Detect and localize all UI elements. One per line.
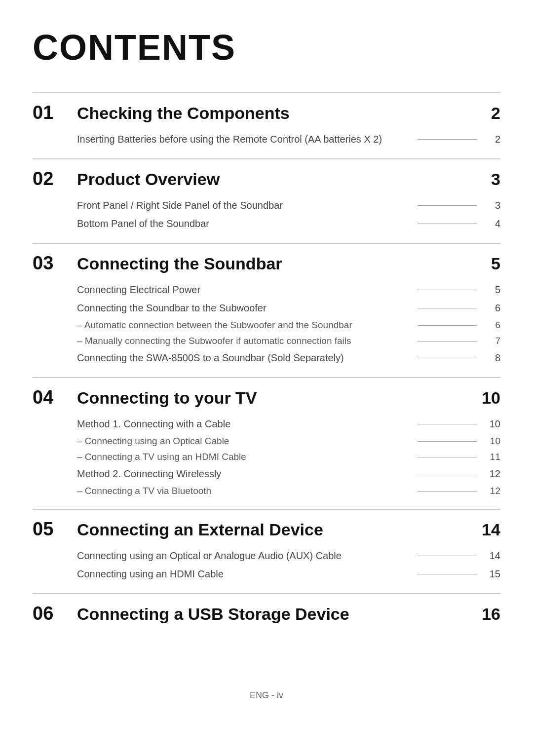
entry-line — [418, 290, 477, 290]
section: 02Product Overview3Front Panel / Right S… — [33, 158, 500, 238]
section-title: Connecting the Soundbar — [77, 254, 471, 273]
entry: Connecting Electrical Power5 — [77, 281, 500, 299]
entry-line — [418, 556, 477, 556]
section-number: 05 — [33, 519, 77, 540]
entry: Connecting using an HDMI Cable15 — [77, 565, 500, 583]
entry: Front Panel / Right Side Panel of the So… — [77, 196, 500, 215]
entry-line — [418, 474, 477, 474]
sub-entry-line — [418, 457, 477, 457]
sub-entry-page-number: 10 — [486, 436, 500, 447]
entry-line — [418, 205, 477, 206]
sub-entry-text: – Automatic connection between the Subwo… — [77, 320, 409, 331]
entry: Connecting the SWA-8500S to a Soundbar (… — [77, 349, 500, 367]
section-number: 02 — [33, 168, 77, 189]
entry-page-number: 15 — [486, 568, 500, 580]
entry-page-number: 10 — [486, 418, 500, 430]
section-number: 01 — [33, 102, 77, 123]
entry-text: Connecting using an HDMI Cable — [77, 568, 409, 580]
sub-entry-line — [418, 441, 477, 442]
entry-text: Connecting the Soundbar to the Subwoofer — [77, 302, 409, 314]
entry-line — [418, 308, 477, 308]
entry-page-number: 14 — [486, 550, 500, 562]
entry: Connecting the Soundbar to the Subwoofer… — [77, 299, 500, 317]
sub-entry: – Connecting using an Optical Cable10 — [77, 433, 500, 449]
entry-page-number: 12 — [486, 468, 500, 480]
section-number: 04 — [33, 387, 77, 408]
sub-entry-page-number: 6 — [486, 320, 500, 331]
section-page-number: 2 — [471, 104, 500, 123]
section: 06Connecting a USB Storage Device16 — [33, 593, 500, 631]
sub-entry-line — [418, 491, 477, 491]
section: 05Connecting an External Device14Connect… — [33, 509, 500, 588]
entry-page-number: 6 — [486, 302, 500, 314]
entry-page-number: 8 — [486, 352, 500, 364]
entry-page-number: 3 — [486, 200, 500, 211]
section-title: Checking the Components — [77, 104, 471, 123]
section-title: Connecting to your TV — [77, 388, 471, 408]
entry: Method 2. Connecting Wirelessly12 — [77, 465, 500, 483]
sub-entry: – Manually connecting the Subwoofer if a… — [77, 333, 500, 349]
section-title: Connecting a USB Storage Device — [77, 605, 471, 624]
entry: Method 1. Connecting with a Cable10 — [77, 415, 500, 433]
entry-line — [418, 424, 477, 424]
entry-page-number: 2 — [486, 134, 500, 145]
section: 01Checking the Components2Inserting Batt… — [33, 92, 500, 153]
entry: Inserting Batteries before using the Rem… — [77, 130, 500, 149]
entry-line — [418, 139, 477, 140]
sub-entry-page-number: 11 — [486, 452, 500, 462]
entry-text: Method 2. Connecting Wirelessly — [77, 468, 409, 480]
entry-page-number: 4 — [486, 218, 500, 229]
sub-entry-line — [418, 325, 477, 326]
entry-page-number: 5 — [486, 284, 500, 296]
entry: Connecting using an Optical or Analogue … — [77, 547, 500, 565]
entry-text: Connecting Electrical Power — [77, 284, 409, 296]
sub-entry: – Automatic connection between the Subwo… — [77, 317, 500, 333]
entry-text: Connecting the SWA-8500S to a Soundbar (… — [77, 352, 409, 364]
entry: Bottom Panel of the Soundbar4 — [77, 215, 500, 233]
sub-entry-text: – Connecting a TV using an HDMI Cable — [77, 452, 409, 462]
sub-entry-text: – Connecting a TV via Bluetooth — [77, 486, 409, 496]
section-page-number: 3 — [471, 170, 500, 189]
section-page-number: 5 — [471, 254, 500, 273]
section-page-number: 16 — [471, 605, 500, 624]
entry-line — [418, 574, 477, 574]
entry-line — [418, 224, 477, 224]
section-page-number: 10 — [471, 388, 500, 408]
sub-entry: – Connecting a TV using an HDMI Cable11 — [77, 449, 500, 465]
section-title: Connecting an External Device — [77, 520, 471, 539]
sub-entry-text: – Connecting using an Optical Cable — [77, 436, 409, 447]
sub-entry-text: – Manually connecting the Subwoofer if a… — [77, 336, 409, 346]
sub-entry-page-number: 12 — [486, 486, 500, 496]
entry-text: Connecting using an Optical or Analogue … — [77, 550, 409, 562]
sub-entry: – Connecting a TV via Bluetooth12 — [77, 483, 500, 499]
sub-entry-page-number: 7 — [486, 336, 500, 346]
section-number: 03 — [33, 253, 77, 274]
section-title: Product Overview — [77, 170, 471, 189]
page-title: CONTENTS — [33, 27, 500, 68]
section: 03Connecting the Soundbar5Connecting Ele… — [33, 243, 500, 372]
section-number: 06 — [33, 603, 77, 624]
entry-text: Bottom Panel of the Soundbar — [77, 218, 409, 229]
footer-text: ENG - iv — [33, 690, 500, 701]
entry-text: Inserting Batteries before using the Rem… — [77, 134, 409, 145]
section-page-number: 14 — [471, 520, 500, 539]
entry-text: Front Panel / Right Side Panel of the So… — [77, 200, 409, 211]
entry-line — [418, 358, 477, 358]
section: 04Connecting to your TV10Method 1. Conne… — [33, 377, 500, 504]
entry-text: Method 1. Connecting with a Cable — [77, 418, 409, 430]
sub-entry-line — [418, 341, 477, 341]
